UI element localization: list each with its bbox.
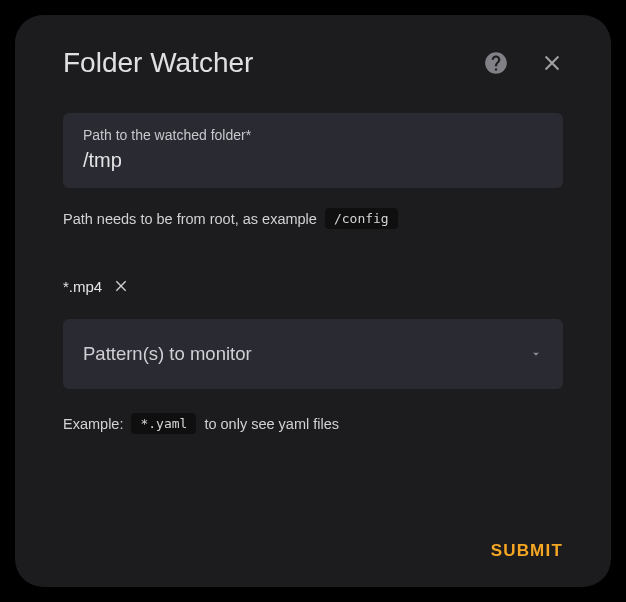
- path-input[interactable]: [83, 149, 543, 172]
- example-hint-code: *.yaml: [131, 413, 196, 434]
- dialog-title: Folder Watcher: [63, 47, 253, 79]
- pattern-select[interactable]: Pattern(s) to monitor: [63, 319, 563, 389]
- help-icon[interactable]: [483, 50, 509, 76]
- pattern-chip-remove-icon[interactable]: [112, 277, 130, 295]
- path-field[interactable]: Path to the watched folder*: [63, 113, 563, 188]
- pattern-chip-text: *.mp4: [63, 278, 102, 295]
- dialog-header: Folder Watcher: [63, 47, 563, 79]
- example-hint: Example: *.yaml to only see yaml files: [63, 413, 563, 434]
- pattern-chip: *.mp4: [63, 277, 563, 295]
- path-hint-text: Path needs to be from root, as example: [63, 211, 317, 227]
- header-actions: [483, 50, 563, 76]
- path-hint-code: /config: [325, 208, 398, 229]
- chevron-down-icon: [529, 347, 543, 361]
- path-hint: Path needs to be from root, as example /…: [63, 208, 563, 229]
- example-hint-prefix: Example:: [63, 416, 123, 432]
- close-icon[interactable]: [541, 52, 563, 74]
- path-field-label: Path to the watched folder*: [83, 127, 543, 143]
- folder-watcher-dialog: Folder Watcher Path to the watched folde…: [15, 15, 611, 587]
- example-hint-suffix: to only see yaml files: [204, 416, 339, 432]
- submit-button[interactable]: SUBMIT: [491, 541, 563, 561]
- pattern-select-label: Pattern(s) to monitor: [83, 343, 252, 365]
